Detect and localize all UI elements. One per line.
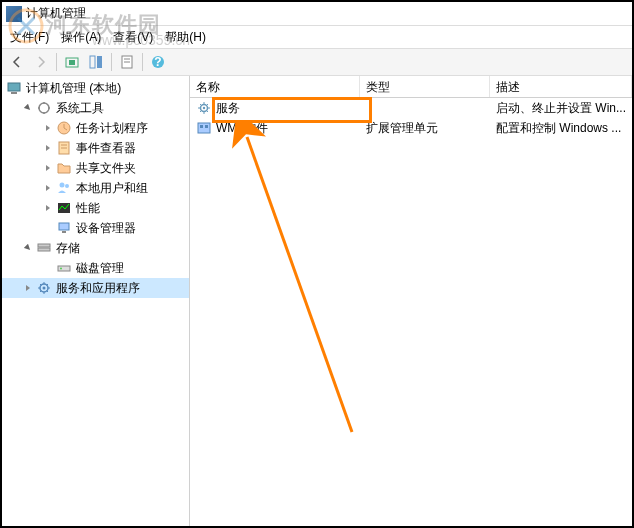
menu-help[interactable]: 帮助(H) — [161, 27, 210, 48]
back-button[interactable] — [6, 51, 28, 73]
svg-point-29 — [203, 107, 205, 109]
titlebar: 计算机管理 — [2, 2, 632, 26]
wmi-icon — [196, 120, 212, 136]
column-desc[interactable]: 描述 — [490, 76, 632, 97]
svg-rect-31 — [200, 125, 203, 128]
expand-icon[interactable] — [42, 142, 54, 154]
tree-task-scheduler[interactable]: 任务计划程序 — [2, 118, 189, 138]
svg-rect-11 — [11, 92, 17, 94]
svg-rect-10 — [8, 83, 20, 91]
column-name[interactable]: 名称 — [190, 76, 360, 97]
menu-action[interactable]: 操作(A) — [57, 27, 105, 48]
svg-point-27 — [43, 287, 46, 290]
svg-point-17 — [60, 183, 65, 188]
tree-storage[interactable]: 存储 — [2, 238, 189, 258]
tree-device-manager[interactable]: 设备管理器 — [2, 218, 189, 238]
forward-button[interactable] — [30, 51, 52, 73]
users-icon — [56, 180, 72, 196]
tree-event-viewer[interactable]: 事件查看器 — [2, 138, 189, 158]
properties-button[interactable] — [116, 51, 138, 73]
folder-share-icon — [56, 160, 72, 176]
storage-icon — [36, 240, 52, 256]
help-button[interactable]: ? — [147, 51, 169, 73]
svg-rect-2 — [69, 60, 75, 65]
services-icon — [36, 280, 52, 296]
tools-icon — [36, 100, 52, 116]
show-hide-button[interactable] — [85, 51, 107, 73]
window-title: 计算机管理 — [26, 5, 632, 22]
event-icon — [56, 140, 72, 156]
toolbar: ? — [2, 48, 632, 76]
device-icon — [56, 220, 72, 236]
clock-icon — [56, 120, 72, 136]
tree-system-tools[interactable]: 系统工具 — [2, 98, 189, 118]
tree-performance[interactable]: 性能 — [2, 198, 189, 218]
svg-rect-3 — [90, 56, 95, 68]
list-item-wmi[interactable]: WMI 控件 扩展管理单元 配置和控制 Windows ... — [190, 118, 632, 138]
column-type[interactable]: 类型 — [360, 76, 490, 97]
svg-point-25 — [60, 268, 62, 270]
svg-rect-21 — [62, 231, 66, 233]
svg-rect-22 — [38, 244, 50, 247]
svg-point-12 — [39, 103, 49, 113]
list-body: 服务 启动、终止并设置 Win... WMI 控件 扩展管理单元 配置和控制 W… — [190, 98, 632, 526]
tree-shared-folders[interactable]: 共享文件夹 — [2, 158, 189, 178]
svg-rect-20 — [59, 223, 69, 230]
expand-icon[interactable] — [42, 182, 54, 194]
menu-view[interactable]: 查看(V) — [109, 27, 157, 48]
list-header: 名称 类型 描述 — [190, 76, 632, 98]
list-item-services[interactable]: 服务 启动、终止并设置 Win... — [190, 98, 632, 118]
expand-icon[interactable] — [42, 202, 54, 214]
performance-icon — [56, 200, 72, 216]
expand-icon[interactable] — [42, 122, 54, 134]
expand-icon[interactable] — [22, 282, 34, 294]
svg-rect-4 — [97, 56, 102, 68]
svg-rect-32 — [205, 125, 208, 128]
expand-icon[interactable] — [42, 162, 54, 174]
svg-rect-23 — [38, 248, 50, 251]
disk-icon — [56, 260, 72, 276]
collapse-icon[interactable] — [22, 242, 34, 254]
svg-point-18 — [65, 184, 69, 188]
tree-panel: 计算机管理 (本地) 系统工具 任务计划程序 事件查看器 共享文件夹 — [2, 76, 190, 526]
svg-rect-30 — [198, 123, 210, 133]
up-button[interactable] — [61, 51, 83, 73]
collapse-icon[interactable] — [22, 102, 34, 114]
computer-icon — [6, 80, 22, 96]
tree-disk-management[interactable]: 磁盘管理 — [2, 258, 189, 278]
tree-root[interactable]: 计算机管理 (本地) — [2, 78, 189, 98]
svg-rect-24 — [58, 266, 70, 271]
menubar: 文件(F) 操作(A) 查看(V) 帮助(H) — [2, 26, 632, 48]
menu-file[interactable]: 文件(F) — [6, 27, 53, 48]
list-panel: 名称 类型 描述 服务 启动、终止并设置 Win... WMI 控件 扩展管理单… — [190, 76, 632, 526]
gear-icon — [196, 100, 212, 116]
tree-services-apps[interactable]: 服务和应用程序 — [2, 278, 189, 298]
content-area: 计算机管理 (本地) 系统工具 任务计划程序 事件查看器 共享文件夹 — [2, 76, 632, 526]
tree-local-users[interactable]: 本地用户和组 — [2, 178, 189, 198]
svg-text:?: ? — [154, 55, 161, 69]
app-icon — [6, 6, 22, 22]
